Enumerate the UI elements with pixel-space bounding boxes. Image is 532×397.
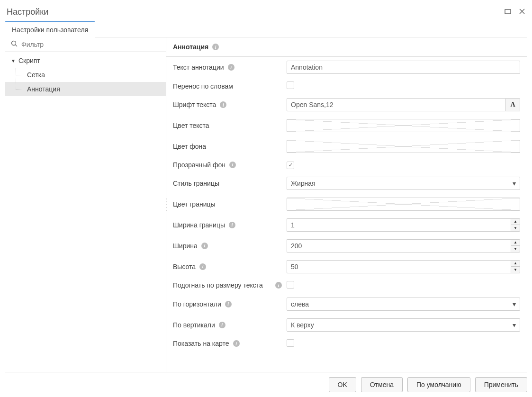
row-show-on-map: Показать на карте i: [166, 335, 527, 352]
row-text-color: Цвет текста: [166, 115, 527, 136]
label-border-color: Цвет границы: [173, 200, 282, 208]
tab-user-settings[interactable]: Настройки пользователя: [5, 21, 95, 37]
halign-select[interactable]: слева ▾: [287, 298, 520, 311]
border-color-swatch[interactable]: [287, 198, 520, 211]
label-border-style: Стиль границы: [173, 180, 282, 187]
info-icon[interactable]: i: [228, 64, 234, 71]
info-icon[interactable]: i: [199, 263, 206, 270]
label-fit-text: Подогнать по размеру текста i: [173, 281, 282, 289]
spin-down-icon[interactable]: ▼: [511, 266, 520, 273]
spin-down-icon[interactable]: ▼: [511, 245, 520, 253]
tree-item-label: Сетка: [27, 71, 45, 79]
label-bg-color: Цвет фона: [173, 143, 282, 150]
dialog-title: Настройки: [7, 7, 505, 17]
settings-dialog: Настройки Настройки пользователя ▼: [0, 0, 532, 397]
tab-row: Настройки пользователя: [0, 21, 532, 37]
maximize-icon[interactable]: [505, 8, 511, 16]
info-icon[interactable]: i: [201, 243, 208, 249]
row-annotation-text: Текст аннотации i: [166, 57, 527, 78]
svg-point-1: [12, 41, 16, 45]
label-text-font: Шрифт текста i: [173, 101, 282, 108]
bg-color-swatch[interactable]: [287, 140, 520, 153]
row-width: Ширина i ▲ ▼: [166, 235, 527, 256]
form-scroll[interactable]: Текст аннотации i Перенос по словам: [166, 57, 527, 372]
tree-item-grid[interactable]: Сетка: [5, 68, 166, 82]
info-icon[interactable]: i: [229, 162, 236, 168]
font-picker-button[interactable]: A: [506, 98, 520, 111]
close-icon[interactable]: [519, 8, 525, 16]
ok-button[interactable]: OK: [329, 377, 356, 392]
info-icon[interactable]: i: [233, 340, 240, 347]
row-transparent-bg: Прозрачный фон i ✓: [166, 157, 527, 173]
cancel-button[interactable]: Отмена: [361, 377, 403, 392]
height-input[interactable]: [287, 260, 511, 273]
svg-rect-0: [505, 9, 511, 14]
tree-root-script[interactable]: ▼ Скрипт: [5, 54, 166, 68]
label-word-wrap: Перенос по словам: [173, 82, 282, 90]
info-icon[interactable]: i: [219, 322, 225, 328]
row-bg-color: Цвет фона: [166, 136, 527, 157]
label-text-color: Цвет текста: [173, 122, 282, 129]
info-icon[interactable]: i: [220, 101, 226, 108]
row-fit-text: Подогнать по размеру текста i: [166, 277, 527, 294]
valign-select[interactable]: К верху ▾: [287, 318, 520, 332]
search-icon: [11, 40, 18, 48]
row-border-style: Стиль границы Жирная ▾: [166, 173, 527, 194]
filter-row: [5, 37, 166, 52]
info-icon[interactable]: i: [275, 282, 282, 289]
section-header: Аннотация i: [166, 37, 527, 57]
border-width-input[interactable]: [287, 218, 511, 232]
filter-input[interactable]: [21, 41, 160, 48]
chevron-down-icon: ▾: [513, 300, 516, 308]
spin-down-icon[interactable]: ▼: [511, 225, 520, 232]
label-width: Ширина i: [173, 242, 282, 250]
label-transparent-bg: Прозрачный фон i: [173, 161, 282, 169]
tree: ▼ Скрипт Сетка Аннотация: [5, 52, 166, 372]
row-halign: По горизонтали i слева ▾: [166, 294, 527, 315]
label-show-on-map: Показать на карте i: [173, 340, 282, 347]
transparent-bg-checkbox[interactable]: ✓: [287, 162, 294, 169]
text-color-swatch[interactable]: [287, 119, 520, 132]
info-icon[interactable]: i: [212, 44, 219, 50]
row-border-color: Цвет границы: [166, 194, 527, 215]
text-font-input[interactable]: [287, 98, 506, 111]
sidebar: ▼ Скрипт Сетка Аннотация: [5, 37, 166, 372]
titlebar-controls: [505, 8, 525, 16]
word-wrap-checkbox[interactable]: [287, 81, 294, 89]
caret-down-icon: ▼: [11, 58, 16, 63]
spin-up-icon[interactable]: ▲: [511, 239, 520, 246]
show-on-map-checkbox[interactable]: [287, 339, 294, 347]
titlebar: Настройки: [0, 0, 532, 21]
tree-item-annotation[interactable]: Аннотация: [5, 82, 166, 96]
chevron-down-icon: ▾: [513, 321, 516, 329]
row-valign: По вертикали i К верху ▾: [166, 315, 527, 335]
row-height: Высота i ▲ ▼: [166, 256, 527, 277]
row-border-width: Ширина границы i ▲ ▼: [166, 215, 527, 235]
chevron-down-icon: ▾: [513, 180, 516, 187]
label-valign: По вертикали i: [173, 321, 282, 329]
tree-item-label: Аннотация: [27, 85, 60, 93]
spin-up-icon[interactable]: ▲: [511, 260, 520, 267]
splitter-handle[interactable]: [165, 198, 168, 212]
row-text-font: Шрифт текста i A: [166, 94, 527, 115]
row-word-wrap: Перенос по словам: [166, 78, 527, 94]
fit-text-checkbox[interactable]: [287, 281, 294, 289]
default-button[interactable]: По умолчанию: [407, 377, 470, 392]
info-icon[interactable]: i: [225, 301, 232, 307]
apply-button[interactable]: Применить: [475, 377, 527, 392]
tree-root-label: Скрипт: [18, 57, 40, 64]
section-title: Аннотация: [173, 43, 208, 51]
main-panel: Аннотация i Текст аннотации i Перенос по…: [166, 37, 527, 372]
label-height: Высота i: [173, 263, 282, 271]
spin-up-icon[interactable]: ▲: [511, 218, 520, 225]
border-style-select[interactable]: Жирная ▾: [287, 177, 520, 190]
label-halign: По горизонтали i: [173, 300, 282, 308]
info-icon[interactable]: i: [229, 222, 235, 228]
content-area: ▼ Скрипт Сетка Аннотация Аннотация i: [5, 37, 527, 372]
footer: OK Отмена По умолчанию Применить: [0, 372, 532, 397]
label-border-width: Ширина границы i: [173, 221, 282, 229]
label-annotation-text: Текст аннотации i: [173, 63, 282, 71]
width-input[interactable]: [287, 239, 511, 253]
annotation-text-input[interactable]: [287, 61, 520, 74]
